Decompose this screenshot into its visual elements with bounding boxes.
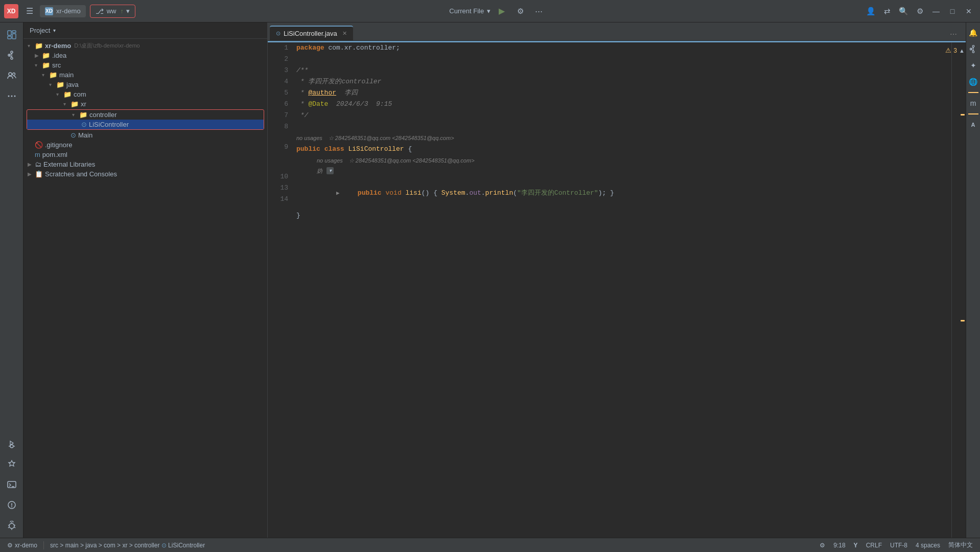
expand-button[interactable]: ▾	[326, 167, 334, 174]
java-icon-lisicont: ⊙	[81, 121, 87, 128]
tree-item-com[interactable]: ▾ 📁 com	[24, 89, 267, 99]
code-line-4: * 李四开发的controller	[296, 76, 947, 87]
folder-icon-xr: 📁	[71, 100, 79, 108]
scrollbar-map	[952, 56, 966, 536]
search-icon[interactable]: 🔍	[896, 4, 911, 18]
translate-icon[interactable]: ⇄	[880, 4, 894, 18]
rp-ai[interactable]: ✦	[967, 59, 979, 72]
activity-collab[interactable]	[3, 66, 21, 85]
code-editor[interactable]: package com.xr.controller; /** * 李四开发的co…	[292, 42, 951, 538]
tree-item-ext-libs[interactable]: ▶ 🗂 External Libraries	[24, 159, 267, 169]
project-tree[interactable]: ▾ 📁 xr-demo D:\桌面\zfb-demo\xr-demo ▶ 📁 .…	[24, 39, 267, 538]
right-tool-panel: 🔔 ✦ 🌐 m A	[966, 22, 980, 538]
project-tab[interactable]: XD xr-demo	[40, 5, 86, 17]
more-button[interactable]: ⋯	[531, 4, 546, 18]
activity-bar	[0, 22, 24, 538]
tree-item-idea[interactable]: ▶ 📁 .idea	[24, 51, 267, 60]
code-line-2	[296, 54, 947, 65]
chevron-xr-demo: ▾	[28, 43, 34, 49]
tree-item-gitignore[interactable]: 🚫 .gitignore	[24, 140, 267, 150]
folder-icon-java: 📁	[56, 81, 64, 88]
sb-chinese[interactable]: 简体中文	[945, 541, 976, 549]
run-config-label: Current File ▾	[449, 7, 491, 15]
tree-item-xr-demo[interactable]: ▾ 📁 xr-demo D:\桌面\zfb-demo\xr-demo	[24, 41, 267, 51]
tree-item-main-class[interactable]: ⊙ Main	[24, 130, 267, 140]
sb-branch[interactable]: ⚙ xr-demo	[4, 542, 40, 549]
rp-bookmark[interactable]: m	[967, 97, 979, 109]
chevron-com: ▾	[56, 91, 62, 97]
tree-label-pom: pom.xml	[42, 151, 67, 158]
sb-encoding[interactable]: UTF-8	[887, 542, 911, 549]
rp-git[interactable]	[967, 43, 979, 55]
user-icon[interactable]: 👤	[864, 4, 878, 18]
maximize-button[interactable]: □	[945, 4, 960, 18]
tree-label-main: main	[59, 71, 74, 79]
svg-rect-2	[12, 34, 16, 39]
rp-globe[interactable]: 🌐	[967, 76, 979, 88]
activity-git[interactable]	[3, 46, 21, 64]
code-line-9: public class LiSiController {	[296, 144, 947, 155]
branch-tab[interactable]: ⎇ ww ↑ ▾	[90, 5, 136, 18]
debug-button[interactable]: ⚙	[513, 4, 527, 18]
tree-item-src[interactable]: ▾ 📁 src	[24, 60, 267, 70]
nav-up[interactable]: ▲	[959, 48, 965, 54]
code-line-6: * @Date 2024/6/3 9:15	[296, 99, 947, 110]
svg-rect-3	[8, 36, 11, 39]
code-line-7: */	[296, 110, 947, 121]
editor-content[interactable]: 1 2 3 4 5 6 7 8 9 10 13 14 package co	[268, 42, 966, 538]
rp-translate[interactable]: A	[967, 119, 979, 131]
activity-more[interactable]	[3, 87, 21, 105]
activity-debug[interactable]	[3, 516, 21, 535]
svg-point-8	[12, 73, 15, 76]
tree-label-com: com	[74, 90, 86, 98]
sb-plugin-icon[interactable]: ⚙	[816, 542, 828, 549]
project-avatar: XD	[45, 7, 53, 15]
svg-point-17	[972, 51, 974, 53]
svg-point-15	[9, 523, 14, 528]
svg-point-4	[11, 51, 13, 53]
tree-item-main[interactable]: ▾ 📁 main	[24, 70, 267, 80]
activity-build[interactable]	[3, 455, 21, 473]
code-line-10: ▶ public void lisi() { System.out.printl…	[296, 176, 947, 210]
gitignore-icon: 🚫	[35, 141, 43, 149]
tree-item-lisicont[interactable]: ⊙ LiSiController	[27, 120, 264, 129]
sb-breadcrumb[interactable]: src > main > java > com > xr > controlle…	[47, 542, 208, 549]
warning-count: 3	[953, 47, 957, 54]
tab-lisicont[interactable]: ⊙ LiSiController.java ✕	[270, 26, 353, 40]
tab-java-icon: ⊙	[276, 30, 281, 37]
sb-line-ending[interactable]: CRLF	[863, 542, 885, 549]
ext-libs-icon: 🗂	[35, 160, 41, 168]
minimize-button[interactable]: —	[929, 4, 943, 18]
rp-notifications[interactable]: 🔔	[967, 27, 979, 39]
sb-chinese-text: 简体中文	[948, 541, 973, 549]
tree-label-xr-demo: xr-demo	[45, 42, 71, 50]
svg-point-11	[14, 96, 15, 97]
tree-item-controller[interactable]: ▾ 📁 controller	[27, 110, 264, 120]
folder-icon-src: 📁	[42, 61, 50, 69]
activity-project[interactable]	[3, 26, 21, 44]
close-button[interactable]: ✕	[962, 4, 976, 18]
activity-terminal[interactable]	[3, 475, 21, 494]
tab-close-button[interactable]: ✕	[342, 30, 347, 37]
project-name: xr-demo	[56, 7, 81, 15]
sb-encoding-text: UTF-8	[890, 542, 907, 549]
activity-problems[interactable]	[3, 496, 21, 514]
activity-run[interactable]	[3, 434, 21, 453]
sb-encoding-icon[interactable]: Y	[851, 542, 861, 549]
tree-item-scratches[interactable]: ▶ 📋 Scratches and Consoles	[24, 169, 267, 179]
tree-item-java[interactable]: ▾ 📁 java	[24, 80, 267, 89]
tree-item-pom[interactable]: m pom.xml	[24, 150, 267, 159]
menu-icon[interactable]: ☰	[22, 4, 37, 18]
sb-indent[interactable]: 4 spaces	[913, 542, 943, 549]
tree-item-xr[interactable]: ▾ 📁 xr	[24, 99, 267, 109]
tab-more-button[interactable]: ⋯	[947, 28, 960, 40]
class-usage-hint: no usages ☆ 2842548351@qq.com <284254835…	[296, 133, 947, 143]
settings-icon[interactable]: ⚙	[913, 4, 927, 18]
project-sidebar: Project ▾ ▾ 📁 xr-demo D:\桌面\zfb-demo\xr-…	[24, 22, 268, 538]
sb-position[interactable]: 9:18	[830, 542, 848, 549]
method-usage-hint: no usages ☆ 2842548351@qq.com <284254835…	[296, 156, 947, 165]
folder-icon-xr-demo: 📁	[35, 42, 43, 50]
branch-icon: ⎇	[96, 7, 104, 15]
run-button[interactable]: ▶	[495, 4, 509, 18]
tree-label-controller: controller	[89, 111, 116, 119]
